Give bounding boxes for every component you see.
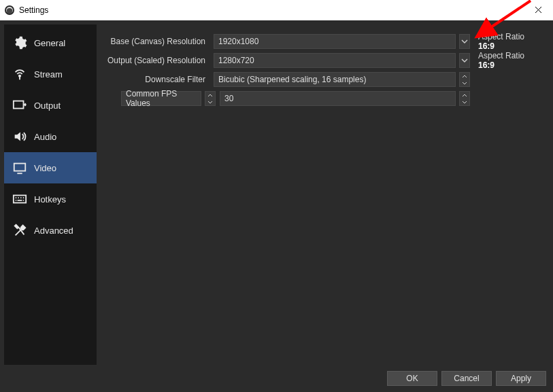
sidebar-item-label: Output <box>34 101 61 111</box>
sidebar-item-label: Video <box>34 163 56 173</box>
gear-icon <box>12 35 27 50</box>
fps-mode-label: Common FPS Values <box>126 89 197 108</box>
fps-value: 30 <box>224 94 451 103</box>
tools-icon <box>12 223 27 238</box>
antenna-icon <box>12 67 27 82</box>
obs-logo-icon <box>4 5 15 16</box>
sidebar-item-hotkeys[interactable]: Hotkeys <box>4 183 97 215</box>
ok-button[interactable]: OK <box>387 371 437 386</box>
sidebar-item-label: General <box>34 38 65 48</box>
downscale-filter-combo[interactable]: Bicubic (Sharpened scaling, 16 samples) <box>214 72 456 87</box>
base-resolution-value: 1920x1080 <box>218 37 451 46</box>
output-resolution-label: Output (Scaled) Resolution <box>97 56 210 65</box>
monitor-icon <box>12 160 27 175</box>
output-resolution-dropdown-button[interactable] <box>459 53 470 68</box>
sidebar-item-general[interactable]: General <box>4 27 97 58</box>
chevron-down-icon <box>460 99 469 105</box>
sidebar-item-output[interactable]: Output <box>4 90 97 121</box>
apply-button[interactable]: Apply <box>496 371 546 386</box>
chevron-down-icon <box>460 79 469 86</box>
speaker-icon <box>12 129 27 144</box>
sidebar-item-video[interactable]: Video <box>4 152 97 183</box>
fps-value-combo[interactable]: 30 <box>220 91 456 106</box>
video-settings-panel: Base (Canvas) Resolution 1920x1080 Aspec… <box>97 24 549 365</box>
output-icon <box>12 98 27 113</box>
sidebar-item-label: Hotkeys <box>34 194 66 204</box>
svg-rect-3 <box>14 101 24 109</box>
fps-value-spinner[interactable] <box>459 91 470 106</box>
titlebar: Settings <box>0 0 553 20</box>
sidebar: General Stream Output <box>4 24 97 365</box>
downscale-filter-value: Bicubic (Sharpened scaling, 16 samples) <box>218 75 451 84</box>
cancel-button[interactable]: Cancel <box>441 371 492 386</box>
svg-point-2 <box>19 75 20 77</box>
base-resolution-dropdown-button[interactable] <box>459 34 470 49</box>
keyboard-icon <box>12 192 27 207</box>
output-resolution-value: 1280x720 <box>218 56 451 65</box>
sidebar-item-label: Stream <box>34 69 63 79</box>
output-resolution-combo[interactable]: 1280x720 <box>214 53 456 68</box>
chevron-down-icon <box>205 99 215 105</box>
sidebar-item-audio[interactable]: Audio <box>4 121 97 152</box>
chevron-up-icon <box>460 73 469 79</box>
fps-mode-combo[interactable]: Common FPS Values <box>121 91 201 106</box>
window-title: Settings <box>19 5 48 15</box>
chevron-up-icon <box>205 92 215 99</box>
sidebar-item-advanced[interactable]: Advanced <box>4 215 97 246</box>
svg-rect-4 <box>14 164 26 171</box>
base-resolution-label: Base (Canvas) Resolution <box>97 37 210 46</box>
close-button[interactable] <box>523 0 553 20</box>
output-aspect-ratio: Aspect Ratio 16:9 <box>474 51 541 70</box>
sidebar-item-label: Advanced <box>34 226 73 236</box>
dialog-footer: OK Cancel Apply <box>0 369 553 392</box>
sidebar-item-stream[interactable]: Stream <box>4 58 97 90</box>
svg-rect-5 <box>14 196 26 203</box>
sidebar-item-label: Audio <box>34 132 56 142</box>
chevron-up-icon <box>460 92 469 99</box>
base-resolution-combo[interactable]: 1920x1080 <box>214 34 456 49</box>
downscale-filter-spinner[interactable] <box>459 72 470 87</box>
downscale-filter-label: Downscale Filter <box>97 75 210 84</box>
base-aspect-ratio: Aspect Ratio 16:9 <box>474 32 541 51</box>
fps-mode-spinner[interactable] <box>205 91 216 106</box>
